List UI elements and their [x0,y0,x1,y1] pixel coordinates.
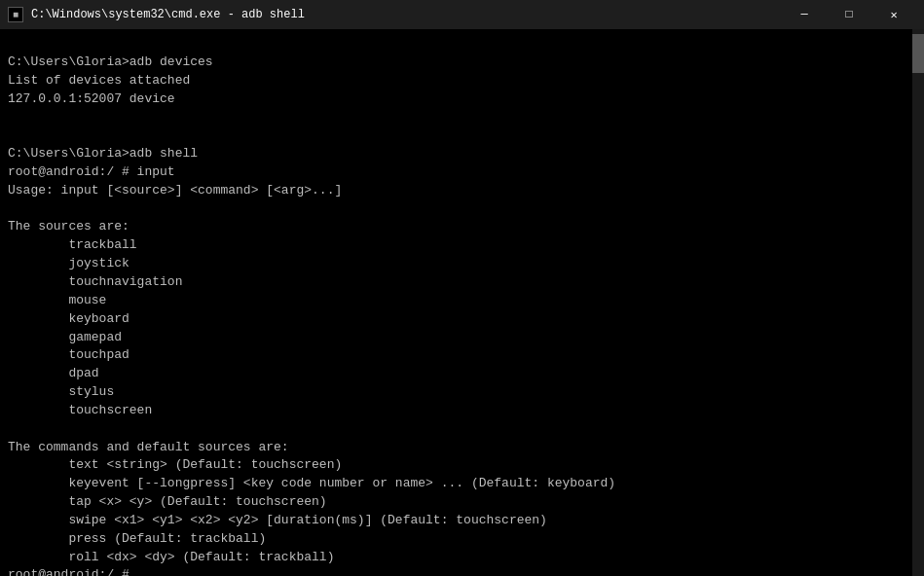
terminal-line: gamepad [8,329,916,347]
terminal-line: The commands and default sources are: [8,439,916,457]
window-title: C:\Windows\system32\cmd.exe - adb shell [31,8,305,21]
terminal-line [8,35,916,54]
terminal-line: C:\Users\Gloria>adb devices [8,54,916,72]
terminal-line: touchpad [8,346,916,365]
terminal-line: 127.0.0.1:52007 device [8,90,916,109]
terminal-line: mouse [8,292,916,310]
terminal-line: tap <x> <y> (Default: touchscreen) [8,493,916,512]
title-bar: ■ C:\Windows\system32\cmd.exe - adb shel… [0,0,924,29]
terminal-line: dpad [8,365,916,383]
terminal-line: trackball [8,236,916,255]
close-button[interactable]: ✕ [871,0,916,29]
maximize-button[interactable]: □ [827,0,871,29]
terminal-line: keyevent [--longpress] <key code number … [8,475,916,493]
terminal-line: roll <dx> <dy> (Default: trackball) [8,549,916,567]
terminal-line [8,420,916,439]
terminal-line: keyboard [8,310,916,329]
terminal-line: C:\Users\Gloria>adb shell [8,145,916,163]
scrollbar-thumb[interactable] [912,34,924,73]
terminal-line: touchscreen [8,402,916,420]
terminal-line: The sources are: [8,218,916,236]
terminal-line: root@android:/ # input [8,163,916,182]
terminal-line: List of devices attached [8,72,916,90]
terminal-body: C:\Users\Gloria>adb devicesList of devic… [0,29,924,576]
terminal-line [8,126,916,145]
cmd-icon: ■ [8,7,23,22]
terminal-line [8,200,916,219]
terminal-line: touchnavigation [8,273,916,292]
minimize-button[interactable]: ─ [782,0,827,29]
window-controls: ─ □ ✕ [782,0,916,29]
scrollbar[interactable] [912,29,924,576]
terminal-output: C:\Users\Gloria>adb devicesList of devic… [8,35,916,576]
terminal-line: text <string> (Default: touchscreen) [8,456,916,475]
terminal-line: Usage: input [<source>] <command> [<arg>… [8,182,916,200]
terminal-line: swipe <x1> <y1> <x2> <y2> [duration(ms)]… [8,512,916,530]
title-bar-left: ■ C:\Windows\system32\cmd.exe - adb shel… [8,7,305,22]
terminal-line [8,108,916,126]
terminal-line: joystick [8,255,916,273]
terminal-line: stylus [8,383,916,402]
terminal-line: root@android:/ # _ [8,566,916,576]
terminal-line: press (Default: trackball) [8,530,916,549]
